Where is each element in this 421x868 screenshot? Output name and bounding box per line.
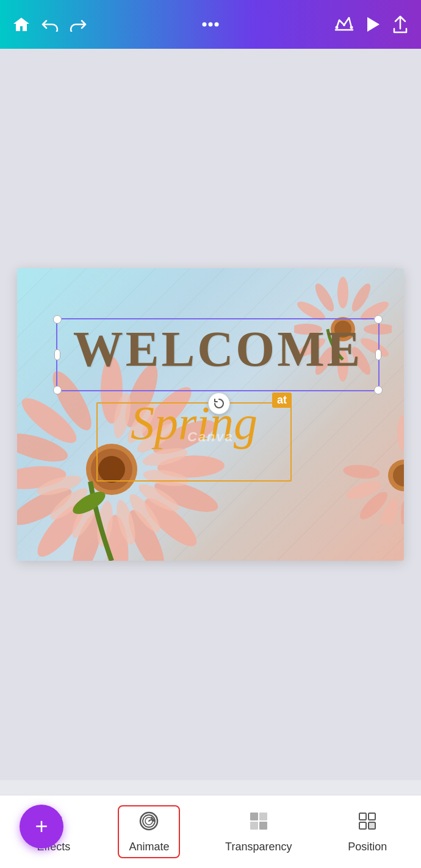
app-header <box>0 0 421 49</box>
svg-point-1 <box>209 23 213 27</box>
svg-rect-77 <box>369 813 375 820</box>
canvas-area: WELCOME at Spring Canva <box>0 49 421 780</box>
share-icon[interactable] <box>392 15 409 34</box>
svg-rect-73 <box>259 813 267 820</box>
svg-point-0 <box>203 23 207 27</box>
corner-handle-br[interactable] <box>374 386 383 394</box>
svg-point-61 <box>400 499 404 524</box>
canva-watermark: Canva <box>187 429 234 445</box>
crown-icon[interactable] <box>334 16 354 32</box>
corner-handle-tl[interactable] <box>53 315 62 324</box>
header-right <box>334 15 409 34</box>
corner-handle-tr[interactable] <box>374 315 383 324</box>
fab-plus-icon: + <box>35 816 48 838</box>
svg-point-2 <box>215 23 219 27</box>
svg-point-65 <box>342 463 380 480</box>
redo-icon[interactable] <box>70 17 87 32</box>
toolbar-item-position[interactable]: Position <box>337 805 398 858</box>
svg-rect-76 <box>359 813 366 820</box>
position-label: Position <box>348 841 387 853</box>
svg-rect-74 <box>250 822 258 830</box>
more-options-icon[interactable] <box>202 22 219 27</box>
undo-icon[interactable] <box>41 17 59 32</box>
svg-rect-79 <box>369 822 375 829</box>
home-icon[interactable] <box>12 16 31 33</box>
svg-point-4 <box>336 26 339 29</box>
transparency-label: Transparency <box>225 841 292 853</box>
welcome-text[interactable]: WELCOME <box>54 324 382 374</box>
position-icon <box>356 810 378 837</box>
toolbar-item-animate[interactable]: Animate <box>118 805 180 858</box>
svg-point-40 <box>337 277 348 308</box>
animate-label: Animate <box>129 841 169 853</box>
header-left <box>12 16 87 33</box>
animate-icon <box>138 810 160 837</box>
svg-rect-75 <box>259 822 267 830</box>
svg-rect-78 <box>359 822 366 829</box>
transparency-icon <box>248 810 270 837</box>
fab-add-button[interactable]: + <box>20 805 63 848</box>
svg-point-3 <box>343 24 345 26</box>
svg-point-54 <box>397 414 404 451</box>
rotate-handle[interactable] <box>208 393 230 414</box>
design-background: WELCOME at Spring Canva <box>17 268 404 561</box>
play-icon[interactable] <box>365 16 381 33</box>
bottom-toolbar: Effects Animate Transparency <box>0 795 421 868</box>
toolbar-item-transparency[interactable]: Transparency <box>214 805 303 858</box>
design-card[interactable]: WELCOME at Spring Canva <box>17 268 404 561</box>
svg-point-5 <box>350 26 353 29</box>
corner-handle-bl[interactable] <box>53 386 62 394</box>
svg-rect-72 <box>250 813 258 820</box>
header-center <box>202 22 219 27</box>
